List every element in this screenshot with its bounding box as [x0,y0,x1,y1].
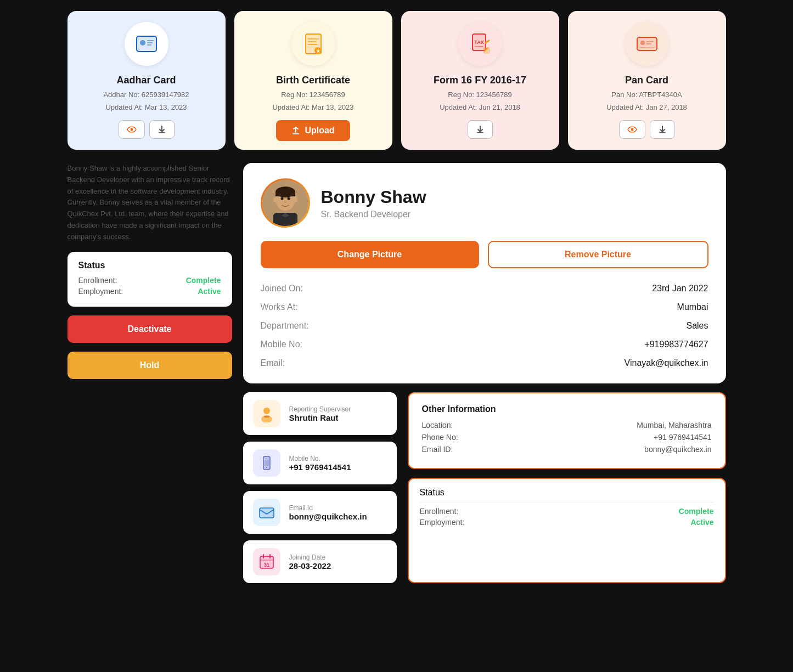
svg-rect-4 [147,42,153,43]
svg-text:★: ★ [316,49,320,54]
contact-text-joining: Joining Date28-03-2022 [289,554,331,571]
svg-rect-3 [147,40,154,41]
other-info-row: Location:Mumbai, Maharashtra [422,421,712,430]
doc-info2-birth: Updated At: Mar 13, 2023 [272,103,353,111]
profile-name-section: Bonny Shaw Sr. Backend Developer [321,187,426,219]
svg-rect-46 [265,459,268,459]
employment-right-label: Employment: [420,518,465,527]
doc-info1-form16: Reg No: 123456789 [448,91,511,99]
status-card: Status Enrollment: Complete Employment: … [68,252,232,307]
enrollment-row: Enrollment: Complete [78,276,221,285]
contact-text-mobile: Mobile No.+91 9769414541 [289,455,351,472]
detail-value: 23rd Jan 2022 [485,284,708,293]
svg-text:TAX: TAX [474,39,483,45]
employment-value: Active [198,287,221,296]
right-panel: Bonny Shaw Sr. Backend Developer Change … [243,163,726,583]
svg-point-38 [280,197,283,200]
deactivate-button[interactable]: Deactivate [68,315,232,343]
svg-rect-11 [308,41,317,42]
detail-label: Joined On: [261,284,485,293]
enrollment-right-value: Complete [679,507,714,516]
contact-text-supervisor: Reporting SupervisorShrutin Raut [289,405,351,422]
other-info-value: Mumbai, Maharashtra [637,421,711,430]
other-info-value: bonny@quikchex.in [644,445,711,454]
detail-value: Vinayak@quikchex.in [485,358,708,368]
other-info-rows: Location:Mumbai, MaharashtraPhone No:+91… [422,421,712,454]
contact-icon-joining: 31 [253,548,280,575]
svg-rect-26 [646,43,651,44]
view-button-aadhar[interactable] [119,120,145,139]
svg-rect-21 [477,132,483,133]
doc-info1-birth: Reg No: 123456789 [281,91,345,99]
avatar-inner [262,180,308,226]
svg-rect-25 [646,41,654,42]
doc-actions-birth: Upload [276,120,350,141]
view-button-pan[interactable] [619,120,645,139]
svg-rect-15 [293,133,299,134]
svg-rect-53 [260,560,273,561]
main-container: Aadhar CardAddhar No: 625939147982Update… [68,11,726,583]
employment-label: Employment: [78,287,123,296]
doc-title-birth: Birth Certificate [276,75,350,86]
doc-actions-form16 [468,120,493,139]
change-picture-button[interactable]: Change Picture [261,241,479,268]
status-card-right: Status Enrollment: Complete Employment: … [408,478,726,583]
doc-info1-pan: Pan No: ATBPT4340A [611,91,682,99]
doc-title-form16: Form 16 FY 2016-17 [434,75,526,86]
svg-text:31: 31 [263,562,269,568]
svg-rect-29 [659,132,666,133]
detail-label: Works At: [261,302,485,312]
doc-card-form16: TAX Form 16 FY 2016-17Reg No: 123456789U… [401,11,559,150]
contact-value-mobile: +91 9769414541 [289,462,351,472]
contact-card-mobile: Mobile No.+91 9769414541 [243,442,397,484]
detail-label: Department: [261,321,485,331]
svg-rect-48 [265,460,269,466]
doc-card-pan: Pan CardPan No: ATBPT4340AUpdated At: Ja… [568,11,726,150]
svg-rect-10 [308,38,319,39]
doc-icon-form16: TAX [458,22,502,66]
upload-button-birth[interactable]: Upload [276,120,350,141]
other-info-row: Email ID:bonny@quikchex.in [422,445,712,454]
employment-row: Employment: Active [78,287,221,296]
svg-rect-12 [308,44,318,45]
svg-point-47 [266,467,267,468]
profile-role: Sr. Backend Developer [321,210,426,219]
contact-value-supervisor: Shrutin Raut [289,413,351,422]
doc-icon-aadhar [125,22,168,66]
enrollment-value: Complete [186,276,221,285]
contact-card-supervisor: Reporting SupervisorShrutin Raut [243,392,397,435]
remove-picture-button[interactable]: Remove Picture [488,241,708,268]
bio-text: Bonny Shaw is a highly accomplished Seni… [68,163,232,243]
svg-point-28 [631,128,633,131]
contact-icon-supervisor [253,400,280,427]
doc-cards-row: Aadhar CardAddhar No: 625939147982Update… [68,11,726,150]
download-button-form16[interactable] [468,120,493,139]
contact-label-supervisor: Reporting Supervisor [289,405,351,413]
hold-button[interactable]: Hold [68,352,232,379]
other-info-title: Other Information [422,404,712,414]
detail-value: +919983774627 [485,340,708,349]
download-button-aadhar[interactable] [149,120,175,139]
svg-point-37 [293,197,297,202]
svg-point-6 [130,128,133,131]
contact-card-joining: 31 Joining Date28-03-2022 [243,540,397,583]
download-button-pan[interactable] [650,120,675,139]
right-bottom-row: Reporting SupervisorShrutin Raut Mobile … [243,392,726,583]
detail-value: Sales [485,321,708,331]
picture-buttons: Change Picture Remove Picture [261,241,708,268]
other-info-label: Phone No: [422,433,458,442]
other-info-label: Location: [422,421,453,430]
svg-rect-43 [264,416,269,417]
svg-rect-49 [260,508,274,518]
detail-value: Mumbai [485,302,708,312]
contact-text-email: Email Idbonny@quikchex.in [289,504,367,521]
profile-card: Bonny Shaw Sr. Backend Developer Change … [243,163,726,383]
svg-point-41 [263,408,270,414]
svg-point-2 [140,40,145,46]
contact-column: Reporting SupervisorShrutin Raut Mobile … [243,392,397,583]
svg-point-24 [640,41,645,45]
other-info-value: +91 9769414541 [654,433,712,442]
employment-right-value: Active [690,518,713,527]
contact-icon-email [253,499,280,526]
contact-label-email: Email Id [289,504,367,512]
